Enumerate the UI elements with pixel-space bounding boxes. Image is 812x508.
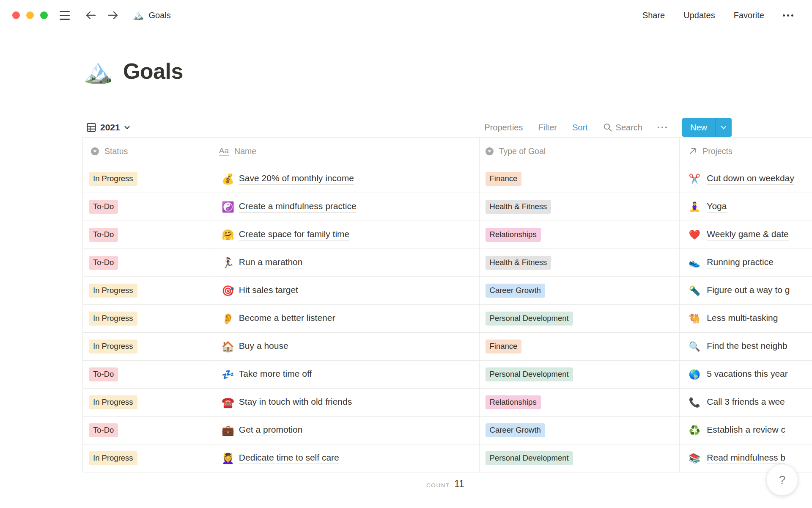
project-link[interactable]: Find the best neighb bbox=[707, 341, 787, 352]
help-button[interactable]: ? bbox=[766, 464, 798, 496]
goal-title-link[interactable]: Save 20% of monthly income bbox=[239, 173, 354, 185]
count-label: COUNT bbox=[426, 482, 450, 489]
name-cell[interactable]: 🏃‍♀️ Run a marathon bbox=[212, 249, 480, 276]
close-window-button[interactable] bbox=[12, 11, 20, 19]
type-of-goal-cell[interactable]: Personal Development bbox=[480, 444, 680, 472]
new-button-label[interactable]: New bbox=[682, 118, 715, 137]
view-switcher[interactable]: 2021 bbox=[82, 122, 130, 133]
goal-title-link[interactable]: Get a promotion bbox=[239, 425, 303, 436]
new-dropdown-button[interactable] bbox=[715, 118, 732, 137]
sidebar-toggle-icon[interactable] bbox=[60, 11, 70, 20]
column-header-projects[interactable]: Projects bbox=[680, 138, 812, 165]
project-emoji-icon: 🌎 bbox=[689, 370, 700, 379]
project-link[interactable]: Cut down on weekday bbox=[707, 173, 794, 185]
type-of-goal-cell[interactable]: Career Growth bbox=[480, 277, 680, 304]
column-header-type-of-goal[interactable]: Type of Goal bbox=[480, 138, 680, 165]
updates-button[interactable]: Updates bbox=[683, 11, 715, 20]
name-cell[interactable]: 💆‍♀️ Dedicate time to self care bbox=[212, 444, 480, 472]
name-cell[interactable]: ☯️ Create a mindfulness practice bbox=[212, 193, 480, 221]
type-of-goal-cell[interactable]: Finance bbox=[480, 165, 680, 193]
name-cell[interactable]: 🎯 Hit sales target bbox=[212, 277, 480, 304]
goal-title-link[interactable]: Hit sales target bbox=[239, 285, 298, 296]
name-cell[interactable]: 🤗 Create space for family time bbox=[212, 221, 480, 248]
type-of-goal-cell[interactable]: Finance bbox=[480, 333, 680, 360]
column-header-name[interactable]: Aa Name bbox=[212, 138, 480, 165]
projects-cell[interactable]: 🧘‍♀️ Yoga bbox=[680, 193, 812, 221]
column-header-status[interactable]: Status bbox=[83, 138, 212, 165]
goal-title-link[interactable]: Take more time off bbox=[239, 369, 312, 380]
type-of-goal-cell[interactable]: Health & Fitness bbox=[480, 193, 680, 221]
filter-button[interactable]: Filter bbox=[538, 123, 557, 133]
status-cell[interactable]: In Progress bbox=[83, 444, 212, 472]
name-cell[interactable]: ☎️ Stay in touch with old friends bbox=[212, 389, 480, 416]
properties-button[interactable]: Properties bbox=[484, 123, 523, 133]
name-cell[interactable]: 👂 Become a better listener bbox=[212, 305, 480, 332]
back-arrow-icon[interactable] bbox=[85, 10, 97, 20]
project-link[interactable]: Running practice bbox=[707, 257, 774, 268]
goal-title-link[interactable]: Stay in touch with old friends bbox=[239, 397, 352, 408]
favorite-button[interactable]: Favorite bbox=[734, 11, 764, 20]
projects-cell[interactable]: 🔦 Figure out a way to g bbox=[680, 277, 812, 304]
page-icon[interactable]: 🏔️ bbox=[83, 59, 113, 83]
status-cell[interactable]: In Progress bbox=[83, 389, 212, 416]
status-cell[interactable]: In Progress bbox=[83, 277, 212, 304]
zoom-window-button[interactable] bbox=[40, 11, 48, 19]
breadcrumb[interactable]: 🏔️ Goals bbox=[132, 11, 171, 20]
doc-title: Goals bbox=[148, 11, 170, 20]
project-link[interactable]: Establish a review c bbox=[707, 425, 785, 436]
type-of-goal-cell[interactable]: Health & Fitness bbox=[480, 249, 680, 276]
status-cell[interactable]: To-Do bbox=[83, 249, 212, 276]
chevron-down-icon bbox=[124, 126, 130, 130]
goal-title-link[interactable]: Dedicate time to self care bbox=[239, 453, 339, 464]
project-link[interactable]: 5 vacations this year bbox=[707, 369, 787, 380]
projects-cell[interactable]: ❤️ Weekly game & date bbox=[680, 221, 812, 248]
status-cell[interactable]: To-Do bbox=[83, 193, 212, 221]
forward-arrow-icon[interactable] bbox=[107, 10, 119, 20]
type-of-goal-cell[interactable]: Relationships bbox=[480, 389, 680, 416]
sort-button[interactable]: Sort bbox=[572, 123, 588, 133]
view-options-icon[interactable] bbox=[658, 127, 667, 128]
project-link[interactable]: Read mindfulness b bbox=[707, 453, 785, 464]
status-cell[interactable]: To-Do bbox=[83, 361, 212, 388]
project-link[interactable]: Weekly game & date bbox=[707, 229, 788, 240]
minimize-window-button[interactable] bbox=[26, 11, 34, 19]
status-cell[interactable]: To-Do bbox=[83, 221, 212, 248]
project-link[interactable]: Less multi-tasking bbox=[707, 313, 778, 324]
table-row: In Progress 💰 Save 20% of monthly income… bbox=[83, 165, 812, 193]
search-button[interactable]: Search bbox=[603, 123, 642, 133]
status-cell[interactable]: To-Do bbox=[83, 417, 212, 444]
share-button[interactable]: Share bbox=[642, 11, 665, 20]
goal-title-link[interactable]: Buy a house bbox=[239, 341, 288, 352]
type-of-goal-cell[interactable]: Career Growth bbox=[480, 417, 680, 444]
type-of-goal-cell[interactable]: Relationships bbox=[480, 221, 680, 248]
status-cell[interactable]: In Progress bbox=[83, 305, 212, 332]
goal-title-link[interactable]: Become a better listener bbox=[239, 313, 335, 324]
project-link[interactable]: Call 3 friends a wee bbox=[707, 397, 785, 408]
projects-cell[interactable]: 🐫 Less multi-tasking bbox=[680, 305, 812, 332]
name-cell[interactable]: 🏠 Buy a house bbox=[212, 333, 480, 360]
type-of-goal-cell[interactable]: Personal Development bbox=[480, 305, 680, 332]
name-cell[interactable]: 💰 Save 20% of monthly income bbox=[212, 165, 480, 193]
more-options-icon[interactable] bbox=[783, 14, 793, 17]
projects-cell[interactable]: 📞 Call 3 friends a wee bbox=[680, 389, 812, 416]
goal-title-link[interactable]: Run a marathon bbox=[239, 257, 303, 268]
projects-cell[interactable]: ✂️ Cut down on weekday bbox=[680, 165, 812, 193]
goal-title-link[interactable]: Create a mindfulness practice bbox=[239, 201, 357, 213]
name-cell[interactable]: 💤 Take more time off bbox=[212, 361, 480, 388]
database-table: Status Aa Name Type of Goal Projects In … bbox=[82, 137, 812, 472]
projects-cell[interactable]: 🔍 Find the best neighb bbox=[680, 333, 812, 360]
status-cell[interactable]: In Progress bbox=[83, 165, 212, 193]
projects-cell[interactable]: 👟 Running practice bbox=[680, 249, 812, 276]
projects-cell[interactable]: ♻️ Establish a review c bbox=[680, 417, 812, 444]
project-link[interactable]: Yoga bbox=[707, 201, 727, 213]
type-of-goal-cell[interactable]: Personal Development bbox=[480, 361, 680, 388]
name-cell[interactable]: 💼 Get a promotion bbox=[212, 417, 480, 444]
new-button[interactable]: New bbox=[682, 118, 732, 137]
status-cell[interactable]: In Progress bbox=[83, 333, 212, 360]
project-emoji-icon: ♻️ bbox=[689, 426, 700, 435]
goal-title-link[interactable]: Create space for family time bbox=[239, 229, 349, 240]
chevron-down-icon bbox=[721, 126, 727, 130]
projects-cell[interactable]: 🌎 5 vacations this year bbox=[680, 361, 812, 388]
project-link[interactable]: Figure out a way to g bbox=[707, 285, 790, 296]
project-emoji-icon: 📞 bbox=[689, 398, 700, 407]
